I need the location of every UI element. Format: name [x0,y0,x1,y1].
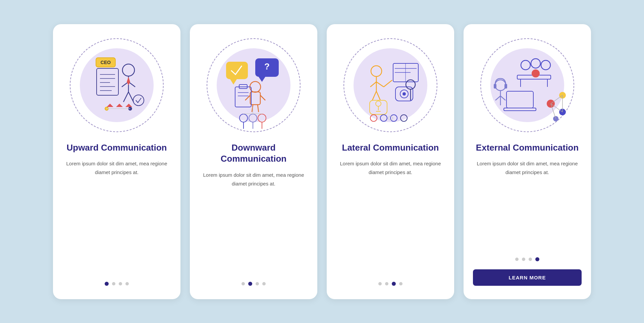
svg-marker-16 [116,104,123,107]
svg-rect-28 [250,92,260,105]
svg-line-91 [551,104,562,112]
svg-point-80 [495,80,506,91]
svg-point-71 [521,60,530,70]
svg-marker-8 [127,77,130,85]
svg-point-69 [406,80,415,89]
dot-2 [522,258,525,261]
svg-line-50 [376,82,384,87]
dot-3 [529,258,532,261]
svg-line-53 [384,80,392,87]
svg-rect-79 [504,108,536,111]
svg-rect-82 [504,84,507,89]
svg-point-68 [400,115,407,121]
svg-line-32 [258,105,259,112]
cards-container: CEO [40,11,604,313]
dot-2 [112,282,115,285]
dot-4 [399,282,402,285]
dot-4 [535,257,539,261]
dot-1 [378,282,382,285]
illustration-upward: CEO [66,35,167,136]
dot-1 [105,282,109,286]
svg-point-2 [122,64,135,76]
svg-line-30 [260,95,265,100]
svg-line-90 [551,95,562,104]
dots-downward [241,282,266,286]
svg-rect-9 [97,68,118,95]
dot-2 [385,282,388,285]
svg-point-37 [239,114,248,122]
card-title-lateral: Lateral Communication [342,142,439,154]
svg-point-66 [380,115,387,121]
card-title-downward: Downward Communication [199,142,308,165]
svg-marker-15 [107,104,113,107]
card-external: External Communication Lorem ipsum dolor… [464,24,591,299]
svg-text:CEO: CEO [101,60,111,65]
card-body-downward: Lorem ipsum dolor sit dim amet, mea regi… [199,171,308,272]
illustration-downward: ? [203,35,304,136]
learn-more-button[interactable]: LEARN MORE [473,269,582,286]
svg-line-85 [500,96,505,100]
dot-3 [119,282,122,285]
svg-marker-24 [259,77,265,82]
dots-upward [105,282,129,286]
dots-lateral [378,282,402,286]
svg-point-72 [531,59,540,68]
card-upward: CEO [53,24,180,299]
svg-line-7 [128,92,133,102]
svg-point-77 [532,69,540,77]
svg-rect-81 [494,84,496,89]
svg-rect-78 [506,91,533,108]
dot-3 [256,282,259,285]
svg-point-47 [371,66,382,76]
svg-text:?: ? [264,61,270,71]
svg-line-6 [123,92,128,102]
svg-point-39 [258,114,266,122]
dot-1 [241,282,245,285]
dots-external [515,257,539,261]
card-body-lateral: Lorem ipsum dolor sit dim amet, mea regi… [336,159,445,272]
svg-rect-25 [226,62,248,79]
svg-point-21 [133,95,144,106]
dot-3 [392,282,396,286]
svg-marker-17 [125,104,132,107]
dot-4 [262,282,266,285]
svg-point-67 [390,115,397,121]
dot-1 [515,258,519,261]
svg-point-73 [541,60,550,70]
card-title-upward: Upward Communication [66,142,167,154]
card-body-external: Lorem ipsum dolor sit dim amet, mea regi… [473,159,582,248]
card-body-upward: Lorem ipsum dolor sit dim amet, mea regi… [62,159,171,272]
svg-line-52 [376,91,380,100]
card-lateral: Lateral Communication Lorem ipsum dolor … [327,24,454,299]
svg-point-60 [402,92,406,96]
dot-2 [248,282,252,286]
svg-line-49 [370,82,376,87]
svg-line-84 [495,96,500,100]
dot-4 [125,282,129,285]
svg-point-41 [249,114,257,122]
svg-marker-26 [230,79,237,85]
svg-point-65 [370,115,377,121]
svg-point-62 [376,101,381,106]
svg-line-51 [372,91,376,100]
illustration-external [477,35,578,136]
card-title-external: External Communication [476,142,579,154]
illustration-lateral [340,35,441,136]
card-downward: ? [190,24,317,299]
